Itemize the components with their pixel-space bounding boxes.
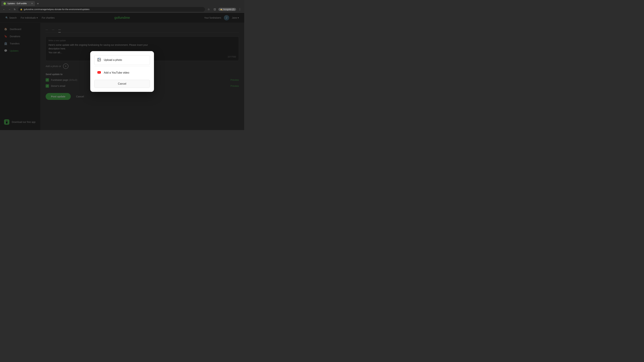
menu-button[interactable]: ⋮ [238, 7, 242, 12]
new-tab-button[interactable]: + [36, 1, 40, 6]
bookmark-button[interactable]: ☆ [206, 7, 211, 12]
browser-chrome: 🟢 Updates - GoFundMe ✕ + ← → ↻ 🔒 gofundm… [0, 0, 244, 13]
incognito-icon: 🕵 [220, 8, 222, 10]
svg-point-1 [98, 59, 99, 59]
tab-bar: 🟢 Updates - GoFundMe ✕ + [0, 0, 244, 6]
modal-overlay[interactable]: Upload a photo Add a YouTube video Cance… [0, 13, 244, 130]
media-modal: Upload a photo Add a YouTube video Cance… [90, 51, 154, 92]
incognito-label: Incognito (2) [223, 8, 234, 10]
reload-button[interactable]: ↻ [13, 7, 17, 11]
incognito-badge: 🕵 Incognito (2) [218, 8, 236, 11]
tab-title: Updates - GoFundMe [8, 2, 27, 5]
address-bar[interactable]: 🔒 gofundme.com/manage/wdywu-donate-for-t… [18, 7, 205, 12]
upload-photo-option[interactable]: Upload a photo [94, 55, 150, 65]
back-button[interactable]: ← [2, 7, 6, 11]
modal-cancel-button[interactable]: Cancel [94, 80, 150, 88]
add-youtube-option[interactable]: Add a YouTube video [94, 68, 150, 78]
active-tab[interactable]: 🟢 Updates - GoFundMe ✕ [1, 1, 35, 6]
page: 🔍 Search For individuals ▾ For charities… [0, 13, 244, 130]
youtube-icon [97, 70, 101, 75]
tab-favicon: 🟢 [3, 2, 6, 5]
browser-actions: ☆ ⊡ 🕵 Incognito (2) ⋮ [206, 7, 242, 12]
url-text: gofundme.com/manage/wdywu-donate-for-the… [24, 8, 203, 10]
photo-upload-icon [97, 58, 101, 62]
forward-button[interactable]: → [8, 7, 12, 11]
tab-close-button[interactable]: ✕ [31, 2, 33, 5]
add-youtube-label: Add a YouTube video [104, 71, 129, 74]
split-view-button[interactable]: ⊡ [212, 7, 217, 12]
security-icon: 🔒 [20, 8, 22, 10]
upload-photo-label: Upload a photo [104, 58, 122, 61]
address-bar-row: ← → ↻ 🔒 gofundme.com/manage/wdywu-donate… [0, 6, 244, 13]
